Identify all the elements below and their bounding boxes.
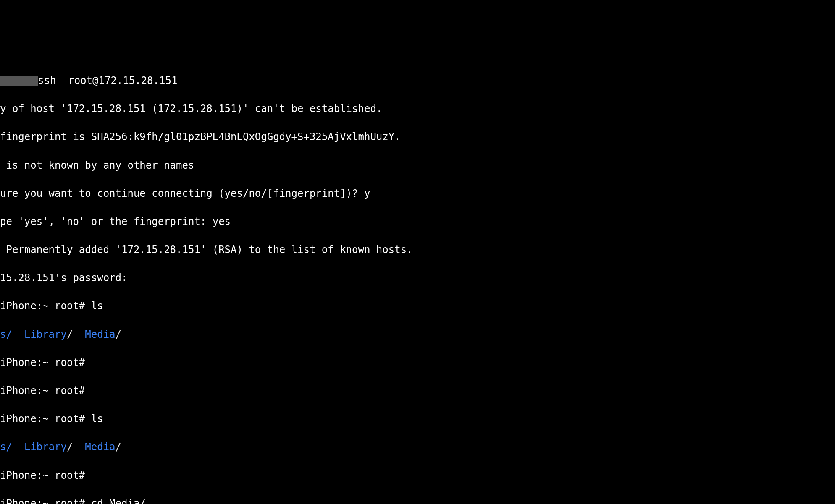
terminal-line: iPhone:~ root# ls — [0, 299, 835, 313]
terminal-output[interactable]: ssh root@172.15.28.151 y of host '172.15… — [0, 60, 835, 504]
terminal-line: ssh root@172.15.28.151 — [0, 74, 835, 88]
terminal-line: y of host '172.15.28.151 (172.15.28.151)… — [0, 102, 835, 116]
dir-library: Library — [24, 329, 67, 340]
redacted-block — [0, 76, 38, 86]
dir-library: Library — [24, 441, 67, 453]
dir-media: Media — [85, 329, 115, 340]
dir-partial: s/ — [0, 329, 24, 340]
terminal-line: iPhone:~ root# — [0, 384, 835, 398]
terminal-line: s/ Library/ Media/ — [0, 440, 835, 454]
terminal-line: iPhone:~ root# — [0, 356, 835, 370]
terminal-line: Permanently added '172.15.28.151' (RSA) … — [0, 243, 835, 257]
terminal-line: iPhone:~ root# cd Media/ — [0, 497, 835, 504]
terminal-line: iPhone:~ root# ls — [0, 412, 835, 426]
dir-partial: s/ — [0, 441, 24, 453]
terminal-line: pe 'yes', 'no' or the fingerprint: yes — [0, 215, 835, 229]
terminal-line: is not known by any other names — [0, 159, 835, 173]
dir-media: Media — [85, 441, 115, 453]
terminal-line: iPhone:~ root# — [0, 469, 835, 483]
terminal-line: 15.28.151's password: — [0, 271, 835, 285]
terminal-line: ure you want to continue connecting (yes… — [0, 187, 835, 201]
terminal-line: s/ Library/ Media/ — [0, 328, 835, 342]
terminal-line: fingerprint is SHA256:k9fh/gl01pzBPE4BnE… — [0, 130, 835, 144]
